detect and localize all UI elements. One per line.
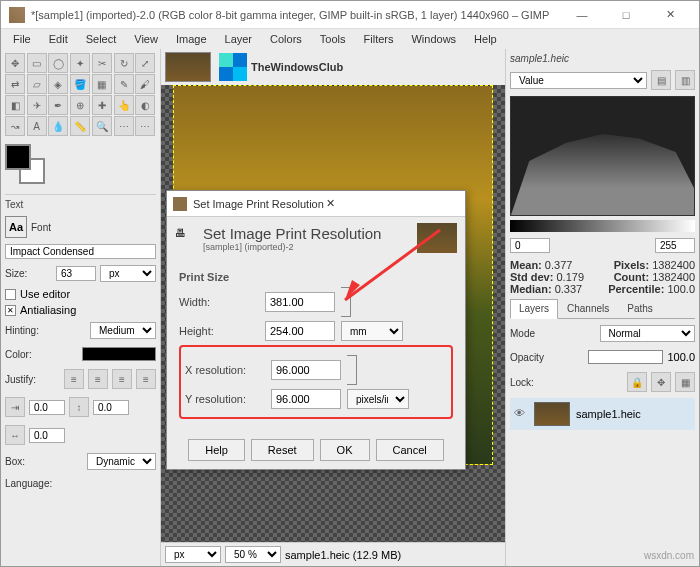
fg-color[interactable] — [5, 144, 31, 170]
opacity-slider[interactable] — [588, 350, 664, 364]
justify-right-icon[interactable]: ≡ — [88, 369, 108, 389]
size-input[interactable] — [56, 266, 96, 281]
tab-paths[interactable]: Paths — [618, 299, 662, 318]
justify-fill-icon[interactable]: ≡ — [136, 369, 156, 389]
tool-measure[interactable]: 📏 — [70, 116, 90, 136]
lock-alpha-icon[interactable]: ▦ — [675, 372, 695, 392]
size-link-icon[interactable] — [341, 287, 351, 317]
histogram-stats: Mean: 0.377Pixels: 1382400 Std dev: 0.17… — [510, 259, 695, 295]
width-input[interactable] — [265, 292, 335, 312]
titlebar: *[sample1] (imported)-2.0 (RGB color 8-b… — [1, 1, 699, 29]
tab-layers[interactable]: Layers — [510, 299, 558, 319]
menu-colors[interactable]: Colors — [262, 31, 310, 47]
tool-bucket[interactable]: 🪣 — [70, 74, 90, 94]
menu-image[interactable]: Image — [168, 31, 215, 47]
hinting-select[interactable]: Medium — [90, 322, 156, 339]
letter-spacing-input[interactable] — [29, 428, 65, 443]
layer-thumbnail — [534, 402, 570, 426]
tool-heal[interactable]: ✚ — [92, 95, 112, 115]
menu-view[interactable]: View — [126, 31, 166, 47]
histogram-log-icon[interactable]: ▥ — [675, 70, 695, 90]
tool-rotate[interactable]: ↻ — [114, 53, 134, 73]
close-button[interactable]: ✕ — [649, 3, 691, 27]
line-spacing-input[interactable] — [93, 400, 129, 415]
menu-edit[interactable]: Edit — [41, 31, 76, 47]
tool-eraser[interactable]: ◧ — [5, 95, 25, 115]
range-lo-input[interactable] — [510, 238, 550, 253]
tool-crop[interactable]: ✂ — [92, 53, 112, 73]
visibility-icon[interactable]: 👁 — [514, 407, 528, 421]
tool-text[interactable]: A — [27, 116, 47, 136]
tool-airbrush[interactable]: ✈ — [27, 95, 47, 115]
language-label: Language: — [5, 478, 156, 489]
menu-file[interactable]: File — [5, 31, 39, 47]
height-input[interactable] — [265, 321, 335, 341]
size-unit-select[interactable]: mm — [341, 321, 403, 341]
tool-fuzzy-select[interactable]: ✦ — [70, 53, 90, 73]
menu-help[interactable]: Help — [466, 31, 505, 47]
histogram-channel-select[interactable]: Value — [510, 72, 647, 89]
tool-scale[interactable]: ⤢ — [135, 53, 155, 73]
antialias-checkbox[interactable]: ✕Antialiasing — [5, 304, 156, 316]
image-thumbnail[interactable] — [165, 52, 211, 82]
tool-unified[interactable]: ◈ — [48, 74, 68, 94]
text-color-swatch[interactable] — [82, 347, 157, 361]
tool-pencil[interactable]: ✎ — [114, 74, 134, 94]
status-filename: sample1.heic (12.9 MB) — [285, 549, 401, 561]
help-button[interactable]: Help — [188, 439, 245, 461]
size-unit-select[interactable]: px — [100, 265, 156, 282]
tool-flip[interactable]: ⇄ — [5, 74, 25, 94]
histogram — [510, 96, 695, 216]
maximize-button[interactable]: □ — [605, 3, 647, 27]
menu-windows[interactable]: Windows — [403, 31, 464, 47]
tool-clone[interactable]: ⊕ — [70, 95, 90, 115]
xres-input[interactable] — [271, 360, 341, 380]
yres-input[interactable] — [271, 389, 341, 409]
tool-free-select[interactable]: ◯ — [48, 53, 68, 73]
tool-zoom[interactable]: 🔍 — [92, 116, 112, 136]
lock-label: Lock: — [510, 377, 623, 388]
unit-select[interactable]: px — [165, 546, 221, 563]
reset-button[interactable]: Reset — [251, 439, 314, 461]
justify-left-icon[interactable]: ≡ — [64, 369, 84, 389]
tool-extra[interactable]: ⋯ — [114, 116, 134, 136]
menu-layer[interactable]: Layer — [217, 31, 261, 47]
tool-ink[interactable]: ✒ — [48, 95, 68, 115]
tool-picker[interactable]: 💧 — [48, 116, 68, 136]
tool-extra2[interactable]: ⋯ — [135, 116, 155, 136]
lock-position-icon[interactable]: ✥ — [651, 372, 671, 392]
layer-row[interactable]: 👁 sample1.heic — [510, 398, 695, 430]
menu-tools[interactable]: Tools — [312, 31, 354, 47]
res-link-icon[interactable] — [347, 355, 357, 385]
range-hi-input[interactable] — [655, 238, 695, 253]
tool-dodge[interactable]: ◐ — [135, 95, 155, 115]
blend-mode-select[interactable]: Normal — [600, 325, 696, 342]
tool-smudge[interactable]: 👆 — [114, 95, 134, 115]
tab-channels[interactable]: Channels — [558, 299, 618, 318]
tool-move[interactable]: ✥ — [5, 53, 25, 73]
lock-pixels-icon[interactable]: 🔒 — [627, 372, 647, 392]
dialog-close-button[interactable]: ✕ — [326, 197, 459, 210]
minimize-button[interactable]: — — [561, 3, 603, 27]
tool-paintbrush[interactable]: 🖌 — [135, 74, 155, 94]
menu-filters[interactable]: Filters — [356, 31, 402, 47]
justify-center-icon[interactable]: ≡ — [112, 369, 132, 389]
box-select[interactable]: Dynamic — [87, 453, 156, 470]
cancel-button[interactable]: Cancel — [376, 439, 444, 461]
zoom-select[interactable]: 50 % — [225, 546, 281, 563]
indent-input[interactable] — [29, 400, 65, 415]
tool-rect-select[interactable]: ▭ — [27, 53, 47, 73]
gradient-bar — [510, 220, 695, 232]
color-swatch[interactable] — [5, 144, 55, 184]
histogram-linear-icon[interactable]: ▤ — [651, 70, 671, 90]
tool-perspective[interactable]: ▱ — [27, 74, 47, 94]
font-icon[interactable]: Aa — [5, 216, 27, 238]
tool-gradient[interactable]: ▦ — [92, 74, 112, 94]
right-dock: sample1.heic Value ▤ ▥ Mean: 0.377Pixels… — [505, 49, 699, 566]
use-editor-checkbox[interactable]: Use editor — [5, 288, 156, 300]
tool-path[interactable]: ↝ — [5, 116, 25, 136]
menu-select[interactable]: Select — [78, 31, 125, 47]
res-unit-select[interactable]: pixels/in — [347, 389, 409, 409]
font-input[interactable] — [5, 244, 156, 259]
ok-button[interactable]: OK — [320, 439, 370, 461]
